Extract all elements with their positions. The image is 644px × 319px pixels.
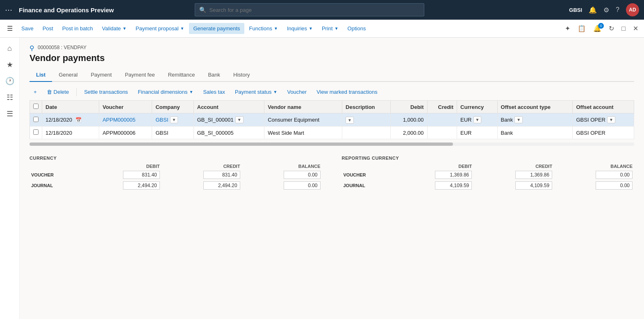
tab-general[interactable]: General — [52, 68, 84, 82]
open-new-icon[interactable]: □ — [619, 23, 628, 34]
financial-dimensions-button[interactable]: Financial dimensions ▼ — [134, 87, 197, 97]
close-icon[interactable]: ✕ — [630, 23, 641, 34]
table-row[interactable]: 12/18/2020 APPM000006 GBSI GB_SI_000005 … — [30, 127, 634, 139]
row-description-cell: ▼ — [342, 113, 391, 127]
tab-payment-fee[interactable]: Payment fee — [118, 68, 162, 82]
cur-col-balance: BALANCE — [242, 163, 322, 170]
print-button[interactable]: Print ▼ — [318, 23, 343, 34]
personalize-icon[interactable]: ✦ — [562, 23, 573, 34]
apps-grid-icon[interactable]: ⋯ — [5, 5, 12, 14]
avatar[interactable]: AD — [626, 3, 639, 16]
table-row[interactable]: 12/18/2020 📅 APPM000005 GBSI ▼ — [30, 113, 634, 127]
journal-label: JOURNAL — [30, 180, 81, 191]
company-dropdown-arrow[interactable]: ▼ — [170, 116, 178, 123]
settle-transactions-button[interactable]: Settle transactions — [80, 87, 132, 97]
scrollbar-thumb[interactable] — [30, 143, 453, 146]
validate-dropdown-icon: ▼ — [123, 26, 127, 31]
col-currency: Currency — [457, 101, 497, 113]
row-checkbox[interactable] — [33, 117, 39, 122]
options-button[interactable]: Options — [344, 23, 370, 34]
col-account: Account — [193, 101, 264, 113]
sidebar-workspaces-icon[interactable]: ☷ — [2, 90, 17, 105]
top-navigation: ⋯ Finance and Operations Preview 🔍 GBSI … — [0, 0, 644, 20]
main-layout: ⌂ ★ 🕐 ☷ ☰ ⚲ 00000058 : VENDPAY Vendor pa… — [0, 38, 644, 319]
sidebar: ⌂ ★ 🕐 ☷ ☰ — [0, 38, 20, 319]
refresh-icon[interactable]: ↻ — [606, 23, 617, 34]
attach-icon[interactable]: 📋 — [575, 23, 588, 34]
functions-button[interactable]: Functions ▼ — [245, 23, 282, 34]
col-check[interactable] — [30, 101, 42, 113]
help-icon[interactable]: ? — [616, 6, 619, 14]
cur-col-debit: DEBIT — [81, 163, 162, 170]
col-debit: Debit — [390, 101, 427, 113]
row-check-cell[interactable] — [30, 127, 42, 139]
tab-history[interactable]: History — [227, 68, 256, 82]
inquiries-button[interactable]: Inquiries ▼ — [283, 23, 317, 34]
voucher-button[interactable]: Voucher — [283, 87, 311, 97]
nav-hamburger-icon[interactable]: ☰ — [3, 22, 16, 35]
post-in-batch-button[interactable]: Post in batch — [58, 23, 97, 34]
delete-button[interactable]: 🗑 Delete — [43, 87, 73, 97]
rep-voucher-debit — [393, 170, 473, 180]
cur-col-empty — [30, 163, 81, 170]
sidebar-favorites-icon[interactable]: ★ — [2, 57, 17, 72]
notification-icon[interactable]: 🔔 — [589, 6, 597, 14]
summary-row-voucher: VOUCHER — [30, 170, 322, 180]
tab-list[interactable]: List — [30, 68, 52, 82]
description-dropdown-arrow[interactable]: ▼ — [346, 117, 354, 124]
row-voucher-cell: APPM000005 — [99, 113, 152, 127]
col-date: Date — [42, 101, 99, 113]
offset-acct-dropdown-arrow[interactable]: ▼ — [607, 116, 615, 123]
reporting-summary-table: DEBIT CREDIT BALANCE VOUCHER — [342, 163, 635, 191]
calendar-icon[interactable]: 📅 — [75, 117, 82, 123]
payment-status-button[interactable]: Payment status ▼ — [231, 87, 282, 97]
row-account-cell: GB_SI_000005 — [193, 127, 264, 139]
grid-header-row: Date Voucher Company Account Vendor name… — [30, 101, 634, 113]
settings-icon[interactable]: ⚙ — [603, 6, 609, 14]
view-marked-transactions-button[interactable]: View marked transactions — [312, 87, 382, 97]
journal-cur-credit — [162, 180, 242, 191]
reporting-currency-summary: REPORTING CURRENCY DEBIT CREDIT BALANCE … — [342, 156, 635, 191]
col-credit: Credit — [427, 101, 457, 113]
rep-journal-debit — [393, 180, 473, 191]
save-button[interactable]: Save — [17, 23, 38, 34]
offset-acct-type-dropdown-arrow[interactable]: ▼ — [514, 116, 523, 123]
delete-icon: 🗑 — [47, 89, 52, 95]
sidebar-modules-icon[interactable]: ☰ — [2, 106, 17, 121]
payment-proposal-button[interactable]: Payment proposal ▼ — [132, 23, 189, 34]
sub-toolbar: + 🗑 Delete Settle transactions Financial… — [30, 87, 634, 97]
horizontal-scrollbar[interactable] — [30, 143, 634, 146]
col-description: Description — [342, 101, 391, 113]
col-offset-account: Offset account — [573, 101, 634, 113]
inquiries-dropdown-icon: ▼ — [309, 26, 313, 31]
payment-proposal-dropdown-icon: ▼ — [180, 26, 184, 31]
rep-journal-label: JOURNAL — [342, 180, 394, 191]
sidebar-recent-icon[interactable]: 🕐 — [2, 74, 17, 88]
main-content: ⚲ 00000058 : VENDPAY Vendor payments Lis… — [20, 38, 644, 319]
notification-count-icon[interactable]: 🔔 0 — [591, 23, 604, 34]
row-offset-account-cell: GBSI OPER ▼ — [573, 113, 634, 127]
row-checkbox[interactable] — [33, 129, 39, 135]
action-toolbar: ☰ Save Post Post in batch Validate ▼ Pay… — [0, 20, 644, 38]
select-all-checkbox[interactable] — [33, 104, 39, 109]
row-check-cell[interactable] — [30, 113, 42, 127]
currency-dropdown-arrow[interactable]: ▼ — [473, 116, 482, 123]
tab-remittance[interactable]: Remittance — [162, 68, 202, 82]
validate-button[interactable]: Validate ▼ — [98, 23, 131, 34]
tab-bank[interactable]: Bank — [201, 68, 227, 82]
voucher-cur-balance — [242, 170, 322, 180]
sidebar-home-icon[interactable]: ⌂ — [2, 41, 17, 56]
account-dropdown-arrow[interactable]: ▼ — [235, 116, 243, 123]
search-bar[interactable]: 🔍 — [195, 3, 424, 16]
new-button[interactable]: + — [30, 87, 41, 97]
sales-tax-button[interactable]: Sales tax — [199, 87, 229, 97]
generate-payments-button[interactable]: Generate payments — [189, 23, 244, 34]
search-input[interactable] — [209, 7, 420, 13]
rep-voucher-label: VOUCHER — [342, 170, 394, 180]
row-offset-account-type-cell: Bank ▼ — [497, 113, 573, 127]
filter-icon[interactable]: ⚲ — [30, 44, 34, 52]
tab-payment[interactable]: Payment — [84, 68, 118, 82]
row-currency-cell: EUR ▼ — [457, 113, 497, 127]
post-button[interactable]: Post — [39, 23, 57, 34]
page-title: Vendor payments — [30, 53, 634, 63]
